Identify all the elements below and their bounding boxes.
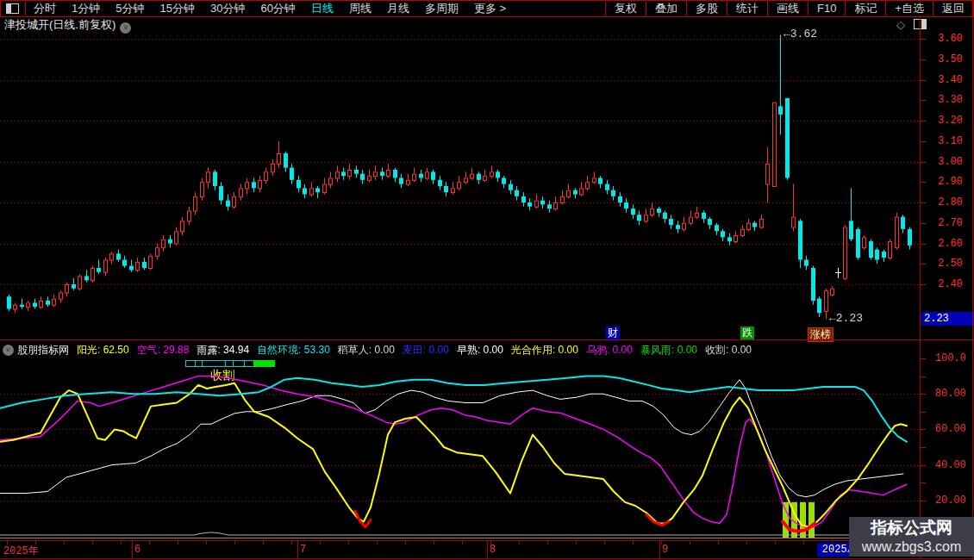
indicator-field-8: 光合作用: 0.00 xyxy=(511,343,578,358)
indicator-axis-label: 20.00 xyxy=(935,495,966,507)
watermark-title: 指标公式网 xyxy=(849,518,974,538)
price-axis-label: 2.60 xyxy=(938,238,963,250)
indicator-field-3: 雨露: 34.94 xyxy=(197,343,249,358)
indicator-axis-tick xyxy=(921,412,926,413)
toolbar-button-标记[interactable]: 标记 xyxy=(845,2,885,16)
toolbar-button-画线[interactable]: 画线 xyxy=(767,2,808,16)
toolbar-button-返回[interactable]: 返回 xyxy=(933,2,973,16)
price-axis-label: 2.90 xyxy=(938,176,963,188)
time-axis-tick xyxy=(434,541,434,544)
time-axis-tick xyxy=(206,541,207,544)
toolbar-button-多股[interactable]: 多股 xyxy=(686,2,727,16)
time-axis-tick xyxy=(405,541,406,544)
period-item-4[interactable]: 15分钟 xyxy=(152,2,202,16)
period-toolbar-right: 复权叠加多股统计画线F10标记+自选返回 xyxy=(605,1,973,16)
month-label-6: 6 xyxy=(134,544,140,556)
time-axis-tick xyxy=(519,541,520,544)
period-item-2[interactable]: 1分钟 xyxy=(64,2,108,16)
price-axis-label: 3.10 xyxy=(938,135,963,147)
indicator-axis-label: 80.00 xyxy=(935,388,966,400)
period-item-6[interactable]: 60分钟 xyxy=(253,2,303,16)
period-toolbar: 分时1分钟5分钟15分钟30分钟60分钟日线周线月线多周期更多 > 复权叠加多股… xyxy=(0,0,974,17)
indicator-source: 股朋指标网 xyxy=(17,343,69,358)
time-axis-tick xyxy=(661,541,662,544)
period-item-8[interactable]: 周线 xyxy=(341,2,379,16)
indicator-axis-tick xyxy=(921,447,926,448)
period-item-9[interactable]: 月线 xyxy=(379,2,417,16)
chart-tag-财: 财 xyxy=(606,327,620,339)
toolbar-button-复权[interactable]: 复权 xyxy=(605,2,646,16)
indicator-field-1: 阳光: 62.50 xyxy=(77,343,129,358)
time-axis-tick xyxy=(178,541,178,544)
timeaxis-bottom-border xyxy=(0,558,974,559)
stock-title: 津投城开(日线.前复权)˅ xyxy=(4,17,131,34)
period-item-1[interactable]: 分时 xyxy=(26,2,64,16)
window-layout-icon[interactable] xyxy=(6,3,19,14)
indicator-axis-tick xyxy=(921,376,926,377)
period-item-3[interactable]: 5分钟 xyxy=(108,2,152,16)
time-axis-tick xyxy=(121,541,122,544)
time-axis-tick xyxy=(690,541,690,544)
indicator-axis-label: 100.0 xyxy=(935,352,966,364)
time-axis-tick xyxy=(576,541,577,544)
indicator-field-5: 稻草人: 0.00 xyxy=(338,343,395,358)
time-axis-tick xyxy=(320,541,321,544)
time-axis-tick xyxy=(263,541,264,544)
time-axis-tick xyxy=(775,541,776,544)
price-axis-label: 2.50 xyxy=(938,258,963,270)
price-axis-label: 3.40 xyxy=(938,74,963,86)
price-axis-tick xyxy=(921,284,926,285)
price-axis-label: 3.20 xyxy=(938,115,963,127)
month-label-9: 9 xyxy=(662,544,668,556)
time-axis-tick xyxy=(7,541,8,544)
indicator-chevron-icon[interactable]: ˅ xyxy=(3,345,14,356)
watermark: 指标公式网 www.zbgs3.com xyxy=(849,517,974,557)
time-axis-tick xyxy=(149,541,150,544)
period-item-11[interactable]: 更多 > xyxy=(466,2,514,16)
period-item-7[interactable]: 日线 xyxy=(303,2,341,16)
time-axis-tick xyxy=(92,541,93,544)
toolbar-button-统计[interactable]: 统计 xyxy=(727,2,767,16)
price-axis-tick xyxy=(921,244,926,245)
indicator-chart[interactable] xyxy=(0,358,921,540)
high-price-annotation: ←3.62 xyxy=(784,28,817,40)
price-axis-tick xyxy=(921,162,926,163)
panel-separator xyxy=(0,339,974,340)
period-item-10[interactable]: 多周期 xyxy=(417,2,466,16)
chart-tag-跌: 跌 xyxy=(740,327,754,339)
price-axis-tick xyxy=(921,59,926,60)
indicator-field-10: 暴风雨: 0.00 xyxy=(640,343,697,358)
price-axis-label: 3.60 xyxy=(938,33,963,45)
indicator-axis-tick xyxy=(921,429,926,430)
toolbar-button-+自选[interactable]: +自选 xyxy=(885,2,933,16)
price-axis-tick xyxy=(921,223,926,224)
month-label-7: 7 xyxy=(300,544,306,556)
price-axis-label: 3.30 xyxy=(938,94,963,106)
time-axis-tick xyxy=(35,541,36,544)
time-axis-tick xyxy=(377,541,378,544)
toolbar-button-叠加[interactable]: 叠加 xyxy=(646,2,686,16)
candlestick-chart[interactable] xyxy=(0,33,921,341)
price-axis-tick xyxy=(921,202,926,203)
time-axis-tick xyxy=(718,541,719,544)
indicator-axis-tick xyxy=(921,358,926,359)
price-axis-label: 3.00 xyxy=(938,156,963,168)
price-axis-label: 2.70 xyxy=(938,217,963,229)
indicator-axis-tick xyxy=(921,501,926,501)
watermark-url: www.zbgs3.com xyxy=(849,538,974,555)
month-label-8: 8 xyxy=(490,544,496,556)
period-item-5[interactable]: 30分钟 xyxy=(203,2,253,16)
price-axis-tick xyxy=(921,182,926,183)
time-axis-tick xyxy=(64,541,65,544)
price-axis-label: 2.80 xyxy=(938,196,963,208)
month-separator xyxy=(132,541,133,558)
time-axis-tick xyxy=(234,541,235,544)
indicator-axis-label: 60.00 xyxy=(935,423,966,435)
title-row: 津投城开(日线.前复权)˅ ◇ xyxy=(0,16,974,32)
toolbar-button-F10[interactable]: F10 xyxy=(808,2,845,16)
diamond-icon[interactable]: ◇ xyxy=(896,18,905,31)
time-axis-tick xyxy=(604,541,605,544)
time-axis-tick xyxy=(462,541,463,544)
indicator-axis-tick xyxy=(921,465,926,466)
price-axis-tick xyxy=(921,80,926,81)
